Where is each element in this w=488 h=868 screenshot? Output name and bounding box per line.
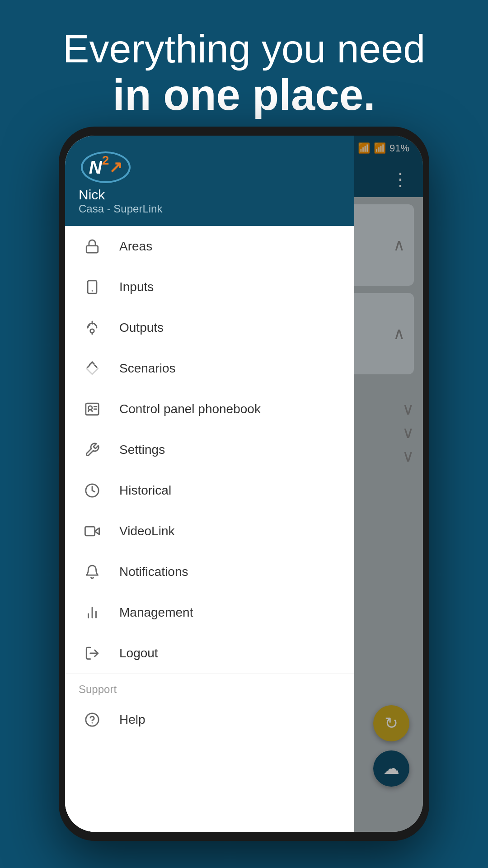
headline-line1: Everything you need — [27, 27, 461, 71]
management-icon — [79, 599, 106, 626]
svg-marker-13 — [95, 528, 99, 534]
logo-sup: 2 — [102, 153, 109, 168]
drawer-user-sub: Casa - SuperLink — [79, 203, 341, 215]
scenarios-label: Scenarios — [119, 361, 176, 376]
historical-icon — [79, 477, 106, 504]
menu-item-settings[interactable]: Settings — [65, 429, 354, 470]
menu-item-management[interactable]: Management — [65, 592, 354, 633]
menu-item-help[interactable]: Help — [65, 699, 354, 740]
menu-item-areas[interactable]: Areas — [65, 226, 354, 267]
videolink-label: VideoLink — [119, 524, 174, 538]
inputs-icon — [79, 274, 106, 301]
menu-item-control-panel-phonebook[interactable]: Control panel phonebook — [65, 389, 354, 429]
svg-line-8 — [88, 365, 89, 367]
phone-screen: 10:35 🅕 ⬡ • ⏰ ⊞ 📶 📶 91% ⋮ 🔒 ∧ 🔒 — [65, 136, 423, 832]
drawer-user-name: Nick — [79, 187, 341, 203]
areas-label: Areas — [119, 239, 152, 254]
outputs-label: Outputs — [119, 321, 164, 335]
help-icon — [79, 706, 106, 733]
help-label: Help — [119, 712, 145, 727]
headline-line2: in one place. — [27, 71, 461, 119]
app-logo: N 2 ↗ — [79, 149, 133, 185]
logout-icon — [79, 640, 106, 667]
menu-item-scenarios[interactable]: Scenarios — [65, 348, 354, 389]
menu-item-videolink[interactable]: VideoLink — [65, 511, 354, 552]
menu-item-logout[interactable]: Logout — [65, 633, 354, 674]
videolink-icon — [79, 518, 106, 545]
drawer-menu: Areas Inputs — [65, 226, 354, 832]
logo-circle: N 2 ↗ — [81, 151, 131, 183]
notifications-label: Notifications — [119, 565, 188, 579]
menu-item-outputs[interactable]: Outputs — [65, 307, 354, 348]
svg-rect-1 — [88, 281, 97, 293]
menu-item-inputs[interactable]: Inputs — [65, 267, 354, 307]
support-section-label: Support — [65, 674, 354, 699]
drawer-header: N 2 ↗ Nick Casa - SuperLink — [65, 136, 354, 226]
scenarios-icon — [79, 355, 106, 382]
svg-line-9 — [95, 365, 97, 367]
nav-drawer: N 2 ↗ Nick Casa - SuperLink — [65, 136, 354, 832]
svg-rect-0 — [86, 246, 98, 253]
headline-section: Everything you need in one place. — [0, 27, 488, 118]
inputs-label: Inputs — [119, 280, 154, 294]
phone-frame: 10:35 🅕 ⬡ • ⏰ ⊞ 📶 📶 91% ⋮ 🔒 ∧ 🔒 — [59, 127, 429, 841]
settings-label: Settings — [119, 443, 165, 457]
menu-item-notifications[interactable]: Notifications — [65, 552, 354, 592]
outputs-icon — [79, 314, 106, 341]
control-panel-phonebook-icon — [79, 396, 106, 423]
historical-label: Historical — [119, 483, 171, 498]
logo-arrow: ↗ — [109, 158, 122, 177]
logo-n: N — [89, 157, 102, 178]
logout-label: Logout — [119, 646, 158, 660]
settings-icon — [79, 436, 106, 463]
menu-item-historical[interactable]: Historical — [65, 470, 354, 511]
areas-icon — [79, 233, 106, 260]
drawer-user-info: Nick Casa - SuperLink — [79, 187, 341, 215]
control-panel-phonebook-label: Control panel phonebook — [119, 402, 261, 416]
management-label: Management — [119, 605, 193, 620]
svg-rect-14 — [85, 527, 94, 536]
notifications-icon — [79, 558, 106, 585]
